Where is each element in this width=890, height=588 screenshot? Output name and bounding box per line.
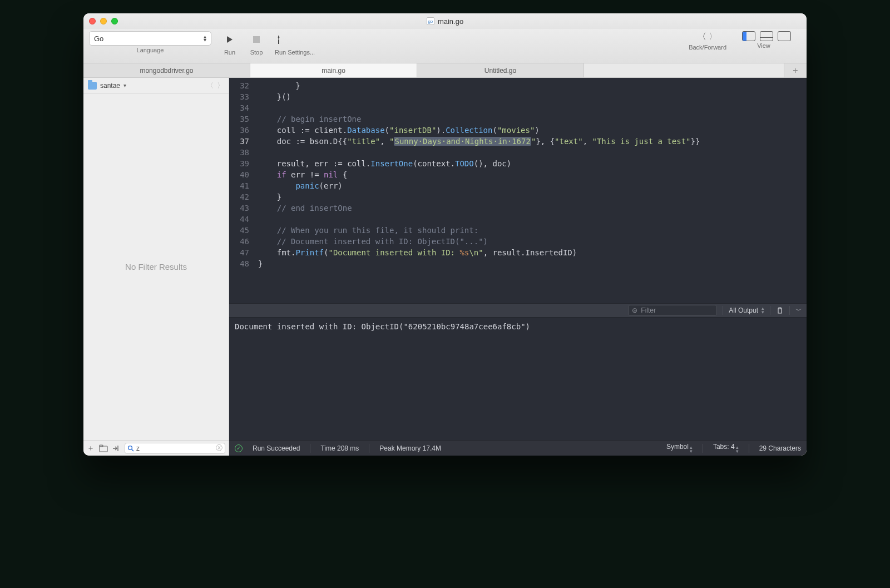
editor-column: 3233343536373839404142434445464748 } }()… (229, 78, 807, 456)
chevron-updown-icon: ▴▾ (204, 35, 206, 42)
clear-icon[interactable]: ⓧ (216, 443, 222, 453)
view-sidebar-icon[interactable] (742, 31, 755, 41)
filter-placeholder: Filter (641, 307, 656, 314)
chevron-down-icon: ▾ (123, 82, 126, 88)
status-bar: ✓ Run Succeeded Time 208 ms Peak Memory … (229, 440, 807, 456)
sidebar-search[interactable]: z ⓧ (125, 443, 225, 454)
traffic-lights (89, 18, 118, 24)
sidebar-empty: No Filter Results (83, 93, 229, 440)
output-mode-select[interactable]: All Output ▴▾ (729, 307, 764, 314)
success-icon: ✓ (235, 444, 243, 452)
status-memory: Peak Memory 17.4M (379, 444, 441, 452)
sidebar-footer: ＋ z ⓧ (83, 440, 229, 456)
sidebar-search-value: z (136, 444, 140, 452)
chevron-down-icon[interactable]: ﹀ (795, 306, 802, 315)
console-filter[interactable]: ⊜ Filter (628, 305, 717, 316)
window-title-text: main.go (438, 17, 463, 26)
tab-main[interactable]: main.go (250, 63, 417, 77)
search-icon (127, 445, 134, 452)
run-label: Run (224, 49, 235, 56)
run-button[interactable] (221, 31, 238, 48)
forward-icon[interactable]: 〉 (709, 31, 718, 43)
file-icon: go (427, 17, 434, 25)
main-split: santae ▾ 〈 〉 No Filter Results ＋ (83, 78, 807, 456)
back-forward-label: Back/Forward (689, 44, 726, 51)
filter-icon: ⊜ (632, 307, 637, 314)
window-title: go main.go (83, 17, 807, 26)
language-select[interactable]: Go ▴▾ (89, 31, 211, 46)
sidebar-back-icon[interactable]: 〈 (206, 81, 214, 91)
status-symbol[interactable]: Symbol▴▾ (666, 443, 693, 453)
sidebar: santae ▾ 〈 〉 No Filter Results ＋ (83, 78, 229, 456)
back-icon[interactable]: 〈 (698, 31, 706, 43)
language-label: Language (137, 47, 164, 53)
view-console-icon[interactable] (760, 31, 773, 41)
stop-label: Stop (250, 49, 263, 56)
svg-point-3 (128, 446, 132, 449)
language-value: Go (94, 34, 103, 43)
minimize-icon[interactable] (100, 18, 107, 24)
view-buttons[interactable] (742, 31, 791, 41)
console-toolbar: ⊜ Filter All Output ▴▾ ﹀ (229, 303, 807, 318)
status-run: Run Succeeded (253, 444, 300, 452)
new-tab-button[interactable]: + (784, 63, 807, 77)
add-file-icon[interactable]: ＋ (87, 443, 95, 453)
sidebar-nav[interactable]: 〈 〉 (206, 81, 224, 91)
code-content[interactable]: } }() // begin insertOne coll := client.… (254, 78, 807, 303)
titlebar: go main.go (83, 13, 807, 29)
import-icon[interactable] (112, 444, 120, 452)
tab-bar: mongodbdriver.go main.go Untitled.go + (83, 63, 807, 78)
console-output[interactable]: Document inserted with ID: ObjectID("620… (229, 318, 807, 440)
svg-line-4 (132, 449, 134, 451)
sidebar-forward-icon[interactable]: 〉 (217, 81, 224, 91)
status-chars: 29 Characters (759, 444, 801, 452)
view-label: View (757, 42, 770, 49)
sidebar-header[interactable]: santae ▾ 〈 〉 (83, 78, 229, 93)
back-forward-buttons[interactable]: 〈 〉 (698, 31, 718, 43)
close-icon[interactable] (89, 18, 96, 24)
folder-name: santae (100, 82, 120, 90)
status-tabs[interactable]: Tabs: 4▴▾ (713, 443, 739, 453)
trash-icon[interactable] (776, 307, 784, 314)
view-plain-icon[interactable] (778, 31, 791, 41)
app-window: go main.go Go ▴▾ Language Run Stop (83, 13, 807, 456)
new-folder-icon[interactable] (99, 444, 108, 452)
run-settings-label: Run Settings... (275, 49, 315, 56)
tab-untitled[interactable]: Untitled.go (417, 63, 584, 77)
line-gutter: 3233343536373839404142434445464748 (229, 78, 254, 303)
run-settings-button[interactable] (275, 31, 283, 48)
stop-button[interactable] (248, 31, 265, 48)
chevron-updown-icon: ▴▾ (762, 307, 764, 314)
zoom-icon[interactable] (111, 18, 118, 24)
folder-icon (88, 82, 97, 90)
toolbar: Go ▴▾ Language Run Stop Run Settings... (83, 29, 807, 63)
svg-rect-0 (253, 36, 260, 43)
status-time: Time 208 ms (320, 444, 359, 452)
code-editor[interactable]: 3233343536373839404142434445464748 } }()… (229, 78, 807, 303)
tab-mongodbdriver[interactable]: mongodbdriver.go (83, 63, 250, 77)
